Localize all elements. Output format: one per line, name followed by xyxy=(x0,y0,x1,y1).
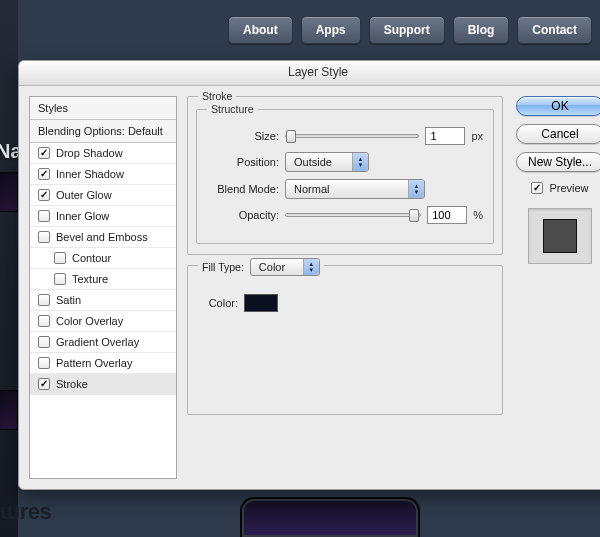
style-checkbox[interactable] xyxy=(54,273,66,285)
background-phone-mock xyxy=(240,497,420,537)
preview-swatch xyxy=(543,219,577,253)
style-label: Pattern Overlay xyxy=(56,357,132,369)
chevron-updown-icon: ▲▼ xyxy=(303,259,319,275)
style-label: Inner Shadow xyxy=(56,168,124,180)
preview-toggle[interactable]: Preview xyxy=(531,182,588,194)
style-label: Satin xyxy=(56,294,81,306)
style-checkbox[interactable] xyxy=(38,294,50,306)
nav-contact[interactable]: Contact xyxy=(517,16,592,44)
site-top-nav: About Apps Support Blog Contact xyxy=(228,16,600,44)
style-row-inner-glow[interactable]: Inner Glow xyxy=(30,206,176,227)
ok-button[interactable]: OK xyxy=(516,96,600,116)
position-value: Outside xyxy=(294,156,332,168)
new-style-button[interactable]: New Style... xyxy=(516,152,600,172)
style-checkbox[interactable] xyxy=(38,357,50,369)
dialog-buttons: OK Cancel New Style... Preview xyxy=(513,96,600,479)
stroke-color-swatch[interactable] xyxy=(244,294,278,312)
chevron-updown-icon: ▲▼ xyxy=(408,180,424,198)
nav-blog[interactable]: Blog xyxy=(453,16,510,44)
style-row-gradient-overlay[interactable]: Gradient Overlay xyxy=(30,332,176,353)
nav-apps[interactable]: Apps xyxy=(301,16,361,44)
style-checkbox[interactable] xyxy=(38,231,50,243)
layer-style-dialog: Layer Style Styles Blending Options: Def… xyxy=(18,60,600,490)
style-row-texture[interactable]: Texture xyxy=(30,269,176,290)
style-row-inner-shadow[interactable]: Inner Shadow xyxy=(30,164,176,185)
style-row-outer-glow[interactable]: Outer Glow xyxy=(30,185,176,206)
preview-box xyxy=(528,208,592,264)
size-unit: px xyxy=(471,130,483,142)
styles-header[interactable]: Styles xyxy=(30,97,176,120)
style-label: Color Overlay xyxy=(56,315,123,327)
color-label: Color: xyxy=(198,297,238,309)
style-checkbox[interactable] xyxy=(38,315,50,327)
opacity-slider[interactable] xyxy=(285,213,421,217)
style-label: Gradient Overlay xyxy=(56,336,139,348)
size-slider[interactable] xyxy=(285,134,419,138)
blend-mode-select[interactable]: Normal ▲▼ xyxy=(285,179,425,199)
opacity-input[interactable] xyxy=(427,206,467,224)
structure-legend: Structure xyxy=(207,103,258,115)
filltype-value: Color xyxy=(259,261,285,273)
blend-mode-value: Normal xyxy=(294,183,329,195)
size-input[interactable] xyxy=(425,127,465,145)
cancel-button[interactable]: Cancel xyxy=(516,124,600,144)
bg-thumb-2 xyxy=(0,390,18,430)
blend-mode-label: Blend Mode: xyxy=(207,183,279,195)
stroke-legend: Stroke xyxy=(198,90,236,102)
style-label: Texture xyxy=(72,273,108,285)
style-checkbox[interactable] xyxy=(38,189,50,201)
style-checkbox[interactable] xyxy=(38,147,50,159)
opacity-unit: % xyxy=(473,209,483,221)
style-label: Outer Glow xyxy=(56,189,112,201)
style-label: Inner Glow xyxy=(56,210,109,222)
style-label: Bevel and Emboss xyxy=(56,231,148,243)
style-label: Contour xyxy=(72,252,111,264)
blending-options-header[interactable]: Blending Options: Default xyxy=(30,120,176,143)
filltype-fieldset: Fill Type: Color ▲▼ Color: xyxy=(187,265,503,415)
style-checkbox[interactable] xyxy=(38,378,50,390)
bg-thumb-1 xyxy=(0,172,18,212)
stroke-fieldset: Stroke Structure Size: px Position: Outs… xyxy=(187,96,503,255)
stroke-panel: Stroke Structure Size: px Position: Outs… xyxy=(187,96,503,479)
size-label: Size: xyxy=(207,130,279,142)
style-checkbox[interactable] xyxy=(38,168,50,180)
style-row-bevel-and-emboss[interactable]: Bevel and Emboss xyxy=(30,227,176,248)
style-row-pattern-overlay[interactable]: Pattern Overlay xyxy=(30,353,176,374)
dialog-title: Layer Style xyxy=(19,61,600,86)
style-checkbox[interactable] xyxy=(38,210,50,222)
structure-fieldset: Structure Size: px Position: Outside ▲▼ xyxy=(196,109,494,244)
chevron-updown-icon: ▲▼ xyxy=(352,153,368,171)
filltype-legend: Fill Type: Color ▲▼ xyxy=(198,258,324,276)
background-left-strip: Na xyxy=(0,0,18,537)
preview-checkbox[interactable] xyxy=(531,182,543,194)
style-row-color-overlay[interactable]: Color Overlay xyxy=(30,311,176,332)
opacity-label: Opacity: xyxy=(207,209,279,221)
position-label: Position: xyxy=(207,156,279,168)
style-row-contour[interactable]: Contour xyxy=(30,248,176,269)
style-label: Drop Shadow xyxy=(56,147,123,159)
nav-support[interactable]: Support xyxy=(369,16,445,44)
style-label: Stroke xyxy=(56,378,88,390)
preview-label: Preview xyxy=(549,182,588,194)
filltype-select[interactable]: Color ▲▼ xyxy=(250,258,320,276)
style-row-stroke[interactable]: Stroke xyxy=(30,374,176,395)
style-row-drop-shadow[interactable]: Drop Shadow xyxy=(30,143,176,164)
style-checkbox[interactable] xyxy=(38,336,50,348)
style-row-satin[interactable]: Satin xyxy=(30,290,176,311)
nav-about[interactable]: About xyxy=(228,16,293,44)
position-select[interactable]: Outside ▲▼ xyxy=(285,152,369,172)
filltype-legend-text: Fill Type: xyxy=(202,261,244,273)
style-checkbox[interactable] xyxy=(54,252,66,264)
bg-text-bottom: tures xyxy=(0,499,51,525)
styles-list: Styles Blending Options: Default Drop Sh… xyxy=(29,96,177,479)
